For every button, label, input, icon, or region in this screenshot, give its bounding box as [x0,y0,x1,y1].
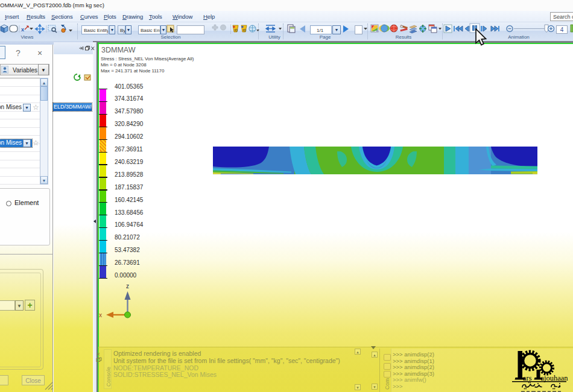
svg-text:x: x [21,27,24,33]
svg-text:ars: ars [523,374,532,382]
svg-text:z: z [126,283,129,289]
svg-text:ID: ID [234,28,238,32]
svg-text:ID: ID [242,28,247,32]
svg-text:x: x [99,312,102,318]
svg-text:ajouhaan: ajouhaan [541,374,569,382]
